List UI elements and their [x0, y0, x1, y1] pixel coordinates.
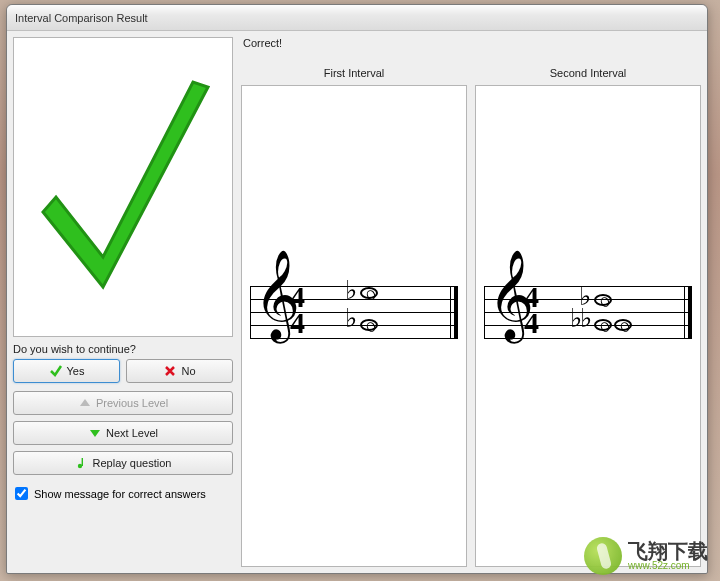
level-up-icon — [88, 426, 102, 440]
first-interval-label: First Interval — [241, 67, 467, 79]
second-interval-label: Second Interval — [475, 67, 701, 79]
second-interval-notation: 𝄞 44 ♭ ♭ ♭ — [475, 85, 701, 567]
intervals-row: First Interval 𝄞 44 — [241, 67, 701, 567]
whole-note-icon — [594, 294, 612, 306]
no-button[interactable]: No — [126, 359, 233, 383]
replay-question-button[interactable]: Replay question — [13, 451, 233, 475]
whole-note-icon — [594, 319, 612, 331]
show-message-checkbox-row[interactable]: Show message for correct answers — [13, 487, 233, 500]
svg-point-0 — [77, 464, 81, 468]
cross-icon — [163, 364, 177, 378]
staff: 𝄞 44 ♭ ♭ ♭ — [484, 286, 692, 338]
whole-note-icon — [614, 319, 632, 331]
result-window: Interval Comparison Result Do you wish t… — [6, 4, 708, 574]
flat-icon: ♭ — [345, 306, 357, 332]
continue-prompt: Do you wish to continue? — [13, 343, 233, 355]
music-note-icon — [75, 456, 89, 470]
yes-button[interactable]: Yes — [13, 359, 120, 383]
level-down-icon — [78, 396, 92, 410]
right-column: Correct! First Interval 𝄞 — [241, 37, 701, 567]
show-message-checkbox[interactable] — [15, 487, 28, 500]
yes-label: Yes — [67, 365, 85, 377]
result-indicator — [13, 37, 233, 337]
checkmark-icon — [28, 62, 218, 312]
titlebar[interactable]: Interval Comparison Result — [7, 5, 707, 31]
feedback-message: Correct! — [241, 37, 701, 49]
replay-label: Replay question — [93, 457, 172, 469]
next-level-label: Next Level — [106, 427, 158, 439]
svg-rect-1 — [81, 458, 82, 466]
flat-icon: ♭ — [345, 278, 357, 304]
whole-note-icon — [360, 287, 378, 299]
yes-no-row: Yes No — [13, 359, 233, 383]
next-level-button[interactable]: Next Level — [13, 421, 233, 445]
whole-note-icon — [360, 319, 378, 331]
show-message-label: Show message for correct answers — [34, 488, 206, 500]
content-area: Do you wish to continue? Yes No — [7, 31, 707, 573]
previous-level-label: Previous Level — [96, 397, 168, 409]
check-icon — [49, 364, 63, 378]
left-column: Do you wish to continue? Yes No — [13, 37, 233, 567]
previous-level-button: Previous Level — [13, 391, 233, 415]
window-title: Interval Comparison Result — [15, 12, 148, 24]
staff: 𝄞 44 ♭ ♭ — [250, 286, 458, 338]
flat-icon: ♭ — [580, 306, 592, 332]
second-interval-column: Second Interval 𝄞 44 — [475, 67, 701, 567]
first-interval-notation: 𝄞 44 ♭ ♭ — [241, 85, 467, 567]
no-label: No — [181, 365, 195, 377]
first-interval-column: First Interval 𝄞 44 — [241, 67, 467, 567]
